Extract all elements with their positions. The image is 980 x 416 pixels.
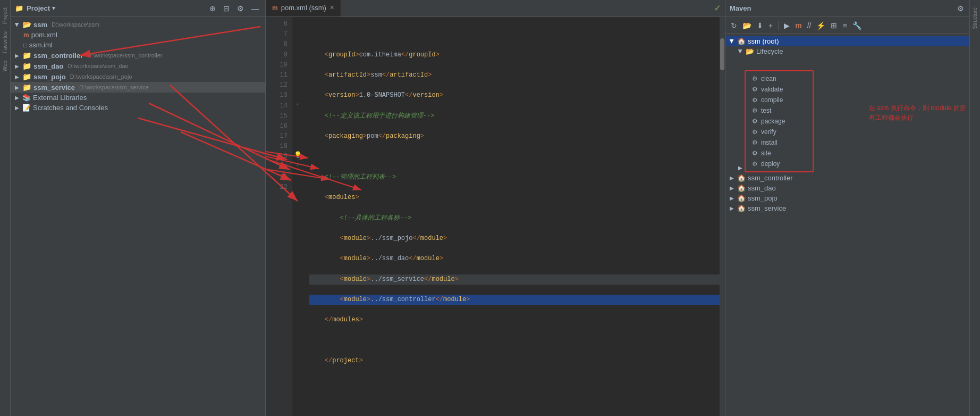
maven-lifecycle-folder-icon: 📂 — [746, 47, 754, 55]
maven-bolt-icon[interactable]: ⚡ — [815, 20, 826, 31]
maven-run-icon[interactable]: ▶ — [783, 20, 791, 31]
favorites-tab-label[interactable]: Favorites — [1, 28, 9, 56]
project-label: Project — [27, 4, 50, 12]
lifecycle-item-compile[interactable]: ⚙ compile — [746, 95, 813, 105]
code-line-12 — [309, 152, 725, 162]
folder-icon-ssm-controller: 📁 — [22, 51, 31, 60]
tree-item-pom-xml[interactable]: m pom.xml — [11, 30, 265, 40]
maven-item-ssm-pojo[interactable]: ▶ 🏠 ssm_pojo — [725, 193, 969, 203]
collapse-icon[interactable]: ⊟ — [221, 3, 232, 14]
ssm-dao-label: ssm_dao — [33, 62, 63, 70]
lifecycle-item-verify[interactable]: ⚙ verify — [746, 127, 813, 137]
code-line-13: <!--管理的工程列表--> — [309, 172, 725, 182]
maven-list-icon[interactable]: ≡ — [841, 20, 848, 31]
lifecycle-item-test[interactable]: ⚙ test — [746, 105, 813, 116]
lifecycle-item-validate[interactable]: ⚙ validate — [746, 84, 813, 95]
ssm-dao-path: D:\workspace\ssm_dao — [67, 63, 128, 69]
maven-refresh-icon[interactable]: ↻ — [730, 20, 738, 31]
maven-toolbar: ↻ 📂 ⬇ + ▶ m // ⚡ ⊞ ≡ 🔧 — [725, 17, 969, 34]
lifecycle-item-package[interactable]: ⚙ package — [746, 116, 813, 127]
minimize-icon[interactable]: — — [249, 3, 261, 14]
arrow-ssm-service: ▶ — [15, 85, 19, 90]
maven-wrench-icon[interactable]: 🔧 — [851, 20, 863, 31]
maven-project-icon-controller: 🏠 — [737, 174, 746, 182]
folder-icon-ssm-pojo: 📁 — [22, 72, 31, 81]
tree-item-ssm-pojo[interactable]: ▶ 📁 ssm_pojo D:\workspace\ssm_pojo — [11, 71, 265, 82]
tree-item-external-libs[interactable]: ▶ 📚 External Libraries — [11, 93, 265, 103]
scratches-label: Scratches and Consoles — [33, 104, 108, 112]
project-tab-label[interactable]: Project — [1, 4, 9, 27]
maven-add-icon[interactable]: 📂 — [741, 20, 753, 31]
code-editor[interactable]: <groupId>com.itheima</groupId> <artifact… — [303, 17, 725, 416]
maven-ssm-pojo-label: ssm_pojo — [748, 194, 778, 202]
editor-scrollbar[interactable] — [720, 17, 725, 416]
verify-label: verify — [761, 128, 776, 136]
maven-tree-icon[interactable]: ⊞ — [830, 20, 838, 31]
scrollbar-thumb[interactable] — [720, 38, 724, 70]
project-panel: 📁 Project ▾ ⊕ ⊟ ⚙ — ▶ 📂 ssm D:\workspace… — [11, 0, 266, 416]
tab-bar: m pom.xml (ssm) ✕ ✓ — [266, 0, 725, 17]
tree-item-ssm-dao[interactable]: ▶ 📁 ssm_dao D:\workspace\ssm_dao — [11, 61, 265, 71]
tab-label: pom.xml (ssm) — [281, 4, 326, 12]
install-label: install — [761, 139, 778, 146]
gutter: ◦ 💡 ◦ — [292, 17, 303, 416]
maven-item-ssm-service[interactable]: ▶ 🏠 ssm_service — [725, 203, 969, 213]
maven-item-lifecycle[interactable]: ▶ 📂 Lifecycle — [725, 46, 969, 56]
dropdown-arrow[interactable]: ▾ — [52, 5, 55, 12]
ssm-service-path: D:\workspace\ssm_service — [79, 84, 149, 90]
lifecycle-item-deploy[interactable]: ⚙ deploy — [746, 159, 813, 169]
lightbulb-icon[interactable]: 💡 — [294, 151, 302, 159]
folder-icon-ssm: 📂 — [22, 20, 31, 29]
ssm-iml-label: ssm.iml — [29, 41, 53, 49]
project-header: 📁 Project ▾ ⊕ ⊟ ⚙ — — [11, 0, 265, 17]
crosshair-icon[interactable]: ⊕ — [207, 3, 218, 14]
lifecycle-item-site[interactable]: ⚙ site — [746, 148, 813, 159]
tree-item-ssm-iml[interactable]: □ ssm.iml — [11, 40, 265, 50]
settings-icon[interactable]: ⚙ — [235, 3, 246, 14]
ssm-controller-path: D:\workspace\ssm_controller — [87, 52, 162, 59]
maven-arrow-ssm-service: ▶ — [730, 205, 734, 211]
deploy-label: deploy — [761, 160, 780, 168]
code-line-21 — [309, 336, 725, 346]
maven-download-icon[interactable]: ⬇ — [756, 20, 764, 31]
maven-header: Maven ⚙ — [725, 0, 969, 17]
maven-item-ssm-controller[interactable]: ▶ 🏠 ssm_controller — [725, 173, 969, 183]
pom-xml-label: pom.xml — [31, 31, 57, 39]
scratch-icon: 📝 — [22, 104, 31, 112]
right-side-tabs: Structure — [969, 0, 980, 416]
lifecycle-item-clean[interactable]: ⚙ clean — [746, 73, 813, 84]
ssm-label: ssm — [33, 21, 47, 29]
compile-label: compile — [761, 96, 783, 104]
maven-m-icon[interactable]: m — [794, 20, 802, 31]
maven-project-icon-dao: 🏠 — [737, 184, 746, 192]
package-label: package — [761, 118, 785, 125]
maven-arrow-ssm-dao: ▶ — [730, 185, 734, 191]
maven-plus-icon[interactable]: + — [767, 20, 774, 31]
structure-tab-label[interactable]: Structure — [971, 4, 979, 32]
editor-content: 6 7 8 9 10 11 12 13 14 15 16 17 18 19 20… — [266, 17, 725, 416]
maven-ssm-dao-label: ssm_dao — [748, 184, 776, 192]
maven-skip-icon[interactable]: // — [806, 20, 813, 31]
maven-arrow-ssm-controller: ▶ — [730, 175, 734, 181]
ssm-service-label: ssm_service — [33, 84, 75, 91]
maven-item-ssm-root[interactable]: ▶ 🏠 ssm (root) — [725, 36, 969, 46]
maven-tree: ▶ 🏠 ssm (root) ▶ 📂 Lifecycle ⚙ clean ⚙ v… — [725, 34, 969, 416]
maven-settings-icon[interactable]: ⚙ — [956, 3, 965, 14]
project-title: Project ▾ — [27, 4, 204, 12]
tree-item-ssm-controller[interactable]: ▶ 📁 ssm_controller D:\workspace\ssm_cont… — [11, 50, 265, 61]
code-line-8: <artifactId>ssm</artifactId> — [309, 70, 725, 80]
maven-project-icon-service: 🏠 — [737, 204, 746, 212]
arrow-ssm-pojo: ▶ — [15, 74, 19, 80]
tab-pom-xml[interactable]: m pom.xml (ssm) ✕ — [266, 0, 341, 16]
gear-icon-package: ⚙ — [752, 118, 758, 125]
lifecycle-item-install[interactable]: ⚙ install — [746, 137, 813, 148]
tree-item-ssm[interactable]: ▶ 📂 ssm D:\workspace\ssm — [11, 19, 265, 30]
iml-icon: □ — [23, 42, 27, 48]
web-tab-label[interactable]: Web — [1, 57, 9, 74]
fold-icon-14: ◦ — [297, 101, 299, 107]
tree-item-ssm-service[interactable]: ▶ 📁 ssm_service D:\workspace\ssm_service — [11, 82, 265, 93]
maven-item-ssm-dao[interactable]: ▶ 🏠 ssm_dao — [725, 183, 969, 193]
gear-icon-compile: ⚙ — [752, 96, 758, 104]
tree-item-scratches[interactable]: ▶ 📝 Scratches and Consoles — [11, 103, 265, 113]
tab-close-button[interactable]: ✕ — [330, 4, 334, 11]
